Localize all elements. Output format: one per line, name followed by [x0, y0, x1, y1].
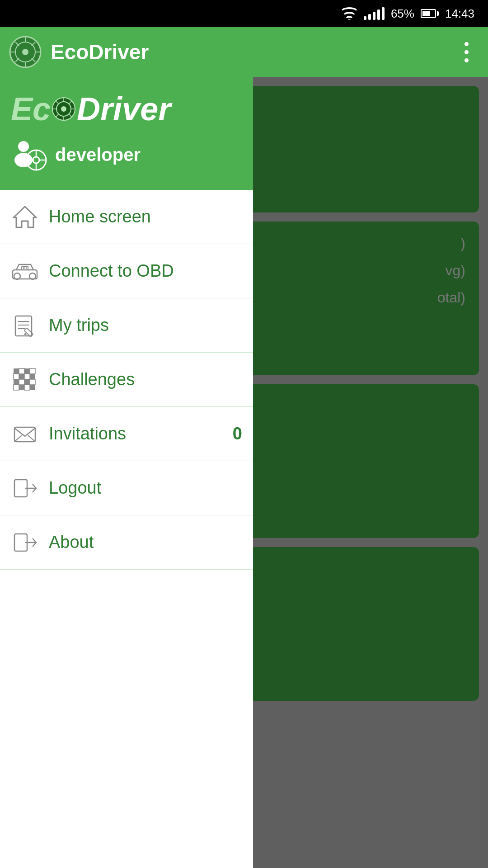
svg-marker-30	[14, 207, 36, 227]
menu-label-challenges: Challenges	[49, 370, 242, 389]
svg-rect-45	[19, 368, 24, 374]
menu-label-about: About	[49, 533, 242, 552]
svg-rect-47	[30, 368, 35, 374]
svg-rect-44	[14, 368, 19, 374]
svg-rect-31	[13, 270, 37, 279]
user-profile-icon	[11, 137, 47, 173]
menu-label-trips: My trips	[49, 316, 242, 335]
menu-item-about[interactable]: About	[0, 515, 253, 570]
app-logo-icon	[9, 36, 42, 68]
wifi-icon	[341, 7, 357, 20]
drawer-header: Ec	[0, 77, 253, 190]
car-obd-icon	[11, 257, 39, 285]
home-icon	[11, 203, 39, 231]
svg-rect-65	[14, 534, 27, 551]
svg-rect-54	[24, 379, 30, 385]
overflow-menu-button[interactable]	[454, 39, 479, 65]
overflow-dot-1	[465, 42, 469, 46]
app-title: EcoDriver	[51, 40, 445, 64]
drawer-scrim[interactable]	[253, 77, 488, 868]
overflow-dot-2	[465, 50, 469, 54]
svg-rect-51	[30, 374, 35, 379]
menu-item-logout[interactable]: Logout	[0, 461, 253, 515]
invitations-icon	[11, 420, 39, 448]
drawer-menu: Home screen	[0, 190, 253, 868]
about-icon	[11, 528, 39, 557]
svg-rect-58	[24, 385, 30, 390]
trips-icon	[11, 311, 39, 340]
menu-label-home: Home screen	[49, 207, 242, 226]
drawer-logo: Ec	[11, 90, 242, 127]
svg-rect-48	[14, 374, 19, 379]
battery-icon	[421, 9, 439, 18]
overflow-dot-3	[465, 58, 469, 62]
signal-icon	[364, 7, 385, 20]
menu-item-challenges[interactable]: Challenges	[0, 353, 253, 407]
svg-point-13	[61, 106, 66, 112]
menu-label-logout: Logout	[49, 478, 242, 498]
svg-point-2	[22, 49, 28, 55]
invitations-badge: 0	[233, 424, 242, 443]
time-display: 14:43	[445, 7, 474, 21]
svg-rect-56	[14, 385, 19, 390]
svg-line-62	[28, 435, 35, 442]
battery-percent: 65%	[391, 7, 414, 21]
svg-rect-46	[24, 368, 30, 374]
status-icons: 65% 14:43	[341, 7, 474, 21]
wheel-in-logo-icon	[52, 97, 76, 121]
svg-rect-59	[30, 385, 35, 390]
svg-rect-55	[30, 379, 35, 385]
main-area: ) vg) otal) Ec	[0, 77, 488, 868]
svg-point-22	[18, 141, 29, 152]
svg-rect-52	[14, 379, 19, 385]
menu-item-trips[interactable]: My trips	[0, 298, 253, 353]
svg-rect-49	[19, 374, 24, 379]
svg-rect-63	[14, 480, 27, 497]
toolbar: EcoDriver	[0, 27, 488, 77]
logout-icon	[11, 474, 39, 502]
menu-item-obd[interactable]: Connect to OBD	[0, 244, 253, 298]
menu-label-invitations: Invitations	[49, 424, 223, 443]
menu-label-obd: Connect to OBD	[49, 261, 242, 281]
menu-item-home[interactable]: Home screen	[0, 190, 253, 244]
svg-rect-38	[15, 316, 32, 336]
status-bar: 65% 14:43	[0, 0, 488, 27]
challenges-icon	[11, 366, 39, 394]
svg-rect-50	[24, 374, 30, 379]
svg-line-61	[14, 435, 22, 442]
svg-point-25	[33, 157, 39, 163]
svg-rect-53	[19, 379, 24, 385]
navigation-drawer: Ec	[0, 77, 253, 868]
eco-text: Ec	[11, 90, 51, 127]
drawer-user-row: developer	[11, 137, 242, 173]
menu-item-invitations[interactable]: Invitations 0	[0, 407, 253, 461]
driver-text: Driver	[77, 90, 171, 127]
svg-rect-57	[19, 385, 24, 390]
drawer-username: developer	[55, 145, 141, 165]
